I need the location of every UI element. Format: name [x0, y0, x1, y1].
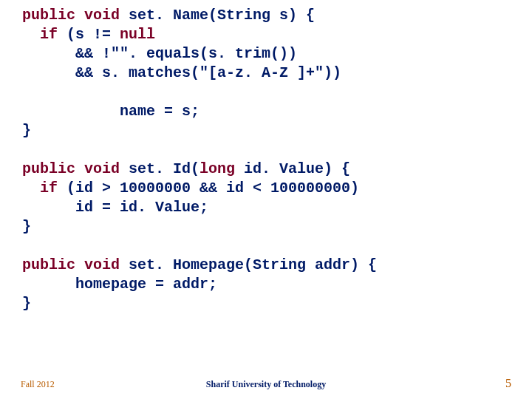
code-l4: && s. matches("[a-z. A-Z ]+")) — [22, 64, 341, 81]
code-l13: } — [22, 295, 31, 312]
code-l3: && !"". equals(s. trim()) — [22, 45, 297, 62]
slide: public void set. Name(String s) { if (s … — [0, 0, 532, 399]
kw-public-void-2: public void — [22, 160, 120, 177]
kw-null: null — [120, 26, 155, 43]
kw-if-1: if — [22, 26, 58, 43]
code-block: public void set. Name(String s) { if (s … — [22, 6, 517, 313]
code-l7d: id. Value) { — [235, 160, 350, 177]
footer-center: Sharif University of Technology — [0, 379, 532, 390]
code-l9: id = id. Value; — [22, 199, 208, 216]
footer-page-number: 5 — [505, 377, 511, 390]
code-l6: } — [22, 122, 31, 139]
kw-long: long — [200, 160, 235, 177]
kw-if-2: if — [22, 180, 58, 197]
code-l8b: (id > 10000000 && id < 100000000) — [58, 180, 359, 197]
code-l1b: set. Name(String s) { — [120, 7, 315, 24]
code-l2b: (s != — [58, 26, 120, 43]
code-l5: name = s; — [22, 103, 200, 120]
kw-public-void-3: public void — [22, 256, 120, 273]
code-l7b: set. Id( — [120, 160, 200, 177]
kw-public-void-1: public void — [22, 7, 120, 24]
code-l11b: set. Homepage(String addr) { — [120, 256, 377, 273]
code-l12: homepage = addr; — [22, 276, 217, 293]
code-l10: } — [22, 218, 31, 235]
